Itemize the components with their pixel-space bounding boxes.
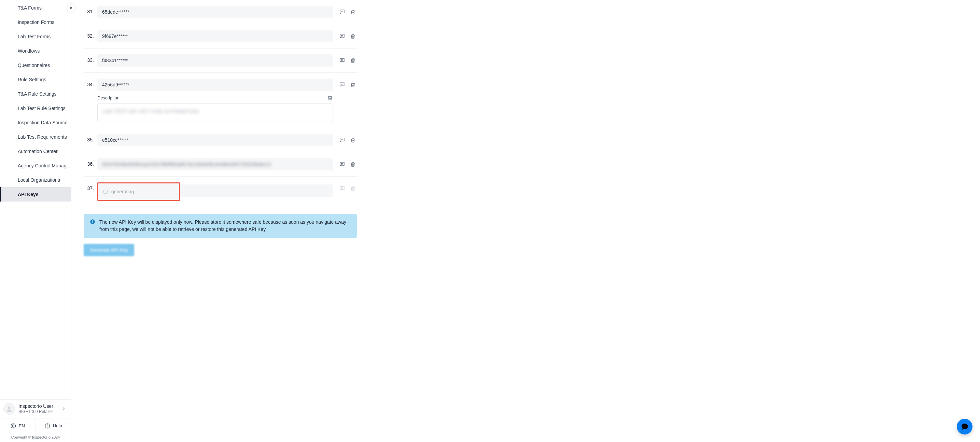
comment-icon (339, 185, 345, 191)
sidebar-item-local-organizations[interactable]: Local Organizations (0, 173, 71, 187)
chevron-down-icon (67, 135, 71, 139)
description-button[interactable] (339, 33, 345, 39)
sidebar-item-automation-center[interactable]: Automation Center (0, 144, 71, 158)
api-key-value[interactable]: 4256d9****** (97, 78, 333, 91)
sidebar-item-api-keys[interactable]: API Keys (0, 187, 71, 201)
info-icon (90, 219, 95, 233)
description-button[interactable] (339, 57, 345, 64)
description-button[interactable] (339, 9, 345, 15)
api-key-row: 33. f48341****** (84, 48, 357, 73)
chevron-double-left-icon (69, 6, 73, 10)
delete-description-button[interactable] (327, 95, 333, 101)
delete-button (350, 186, 356, 191)
api-key-value-generating: generating... (98, 184, 179, 200)
sidebar-nav: T&A Forms Inspection Forms Lab Test Form… (0, 0, 71, 399)
sidebar-item-label: API Keys (18, 191, 38, 197)
sidebar: T&A Forms Inspection Forms Lab Test Form… (0, 0, 72, 442)
trash-icon (350, 82, 356, 88)
row-index: 33. (84, 54, 94, 63)
sidebar-item-inspection-forms[interactable]: Inspection Forms (0, 15, 71, 29)
sidebar-item-agency-control[interactable]: Agency Control Manag... (0, 158, 71, 173)
row-index: 31. (84, 6, 94, 14)
comment-icon (339, 9, 345, 15)
alert-text: The new API Key will be displayed only n… (99, 219, 351, 233)
comment-icon (339, 33, 345, 39)
sidebar-item-workflows[interactable]: Workflows (0, 44, 71, 58)
comment-icon (339, 81, 345, 88)
api-key-value (179, 184, 333, 197)
user-account-button[interactable]: Inspectorio User SIGHT 3.0 Retailer (0, 399, 71, 418)
api-key-row: 31. 65dede****** (84, 0, 357, 24)
language-label: EN (19, 423, 25, 428)
api-key-row: 34. 4256d9****** Description LAB TEST AP… (84, 73, 357, 128)
svg-rect-6 (92, 220, 92, 221)
sidebar-item-lab-test-forms[interactable]: Lab Test Forms (0, 29, 71, 44)
comment-icon (339, 161, 345, 168)
row-index: 35. (84, 134, 94, 142)
api-key-row: 35. e510cc****** (84, 128, 357, 152)
sidebar-item-lab-test-requirements[interactable]: Lab Test Requirements (0, 130, 71, 144)
api-key-value[interactable]: f48341****** (97, 54, 333, 67)
api-key-value[interactable]: e510cc****** (97, 134, 333, 146)
sidebar-item-questionnaires[interactable]: Questionnaires (0, 58, 71, 72)
generate-api-key-button[interactable]: Generate API Key (84, 244, 134, 256)
svg-point-0 (8, 407, 11, 409)
sidebar-item-ta-rule-settings[interactable]: T&A Rule Settings (0, 87, 71, 101)
user-name: Inspectorio User (18, 404, 58, 409)
sidebar-item-label: Automation Center (18, 148, 58, 154)
language-switch-button[interactable]: EN (0, 418, 36, 433)
row-index: 32. (84, 30, 94, 38)
api-key-list: 31. 65dede****** 32. 9f697e****** 33. f4… (84, 0, 357, 207)
svg-rect-5 (92, 221, 92, 223)
sidebar-item-label: T&A Rule Settings (18, 91, 57, 97)
api-key-value[interactable]: 03c47bc6be6340caa191b7889fb0a8b7dc1e84e0… (97, 158, 333, 171)
user-role: SIGHT 3.0 Retailer (18, 409, 58, 414)
help-button[interactable]: Help (36, 418, 72, 433)
trash-icon (350, 58, 356, 64)
sidebar-footer: EN Help (0, 418, 71, 433)
api-key-row: 36. 03c47bc6be6340caa191b7889fb0a8b7dc1e… (84, 152, 357, 177)
main-content: 31. 65dede****** 32. 9f697e****** 33. f4… (72, 0, 980, 442)
user-icon (6, 405, 13, 412)
api-key-row-generating: 37. generating... (84, 177, 357, 207)
api-key-value[interactable]: 65dede****** (97, 6, 333, 18)
delete-button[interactable] (350, 161, 356, 168)
chevron-right-icon (62, 407, 66, 411)
api-key-value[interactable]: 9f697e****** (97, 30, 333, 42)
description-input[interactable]: LAB TEST API KEY FOR AUTOMATION (97, 104, 333, 122)
globe-icon (11, 423, 16, 429)
sidebar-item-label: Agency Control Manag... (18, 163, 70, 168)
sidebar-item-label: Lab Test Requirements (18, 134, 67, 140)
api-key-row: 32. 9f697e****** (84, 24, 357, 48)
sidebar-item-ta-forms[interactable]: T&A Forms (0, 1, 71, 15)
description-button (339, 185, 345, 191)
description-block: Description LAB TEST API KEY FOR AUTOMAT… (97, 95, 333, 122)
trash-icon (327, 95, 333, 101)
sidebar-item-label: Workflows (18, 48, 40, 54)
delete-button[interactable] (350, 137, 356, 143)
sidebar-collapse-button[interactable] (67, 3, 75, 12)
svg-point-3 (47, 427, 48, 427)
chat-widget-button[interactable] (957, 419, 972, 434)
info-alert: The new API Key will be displayed only n… (84, 214, 357, 238)
description-button[interactable] (339, 161, 345, 168)
user-meta: Inspectorio User SIGHT 3.0 Retailer (18, 404, 58, 414)
sidebar-item-lab-test-rule-settings[interactable]: Lab Test Rule Settings (0, 101, 71, 115)
delete-button[interactable] (350, 9, 356, 15)
delete-button[interactable] (350, 82, 356, 88)
trash-icon (350, 186, 356, 191)
delete-button[interactable] (350, 58, 356, 64)
description-button[interactable] (339, 81, 345, 88)
sidebar-item-label: Lab Test Forms (18, 34, 51, 39)
trash-icon (350, 34, 356, 39)
avatar (3, 403, 15, 415)
sidebar-item-inspection-data-source[interactable]: Inspection Data Source (0, 115, 71, 130)
description-button[interactable] (339, 137, 345, 143)
copyright-text: Copyright © Inspectorio 2024 (0, 433, 71, 442)
delete-button[interactable] (350, 34, 356, 39)
sidebar-item-label: T&A Forms (18, 5, 42, 11)
trash-icon (350, 9, 356, 15)
description-label: Description (97, 95, 119, 101)
sidebar-item-label: Rule Settings (18, 77, 46, 82)
sidebar-item-rule-settings[interactable]: Rule Settings (0, 72, 71, 87)
